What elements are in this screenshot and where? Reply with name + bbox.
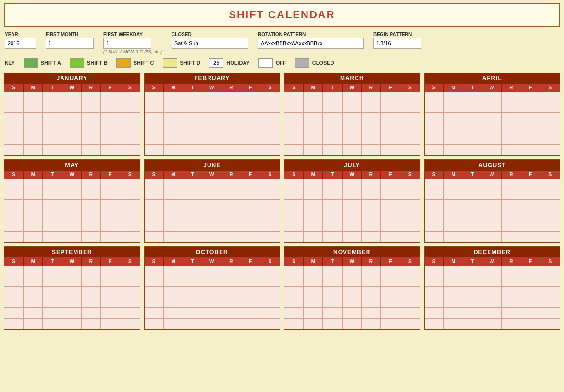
day-cell: [381, 297, 400, 308]
day-cell: [284, 92, 304, 102]
day-cell: [4, 318, 24, 329]
day-cell: [323, 113, 342, 123]
day-cell: [304, 232, 323, 242]
day-cell: [323, 221, 342, 232]
day-cell: [164, 92, 183, 102]
day-cell: [101, 92, 120, 102]
day-cell: [43, 92, 62, 102]
first-month-input[interactable]: [46, 38, 94, 49]
day-cell: [482, 113, 502, 123]
controls-bar: YEAR FIRST MONTH FIRST WEEKDAY (1:SUN, 2…: [0, 29, 564, 56]
day-cell: [343, 318, 362, 329]
day-cell: [323, 308, 342, 318]
day-header: R: [502, 171, 521, 179]
day-cell: [43, 232, 62, 242]
day-cell: [425, 232, 444, 242]
day-cell: [362, 113, 381, 123]
day-cell: [202, 266, 221, 276]
day-cell: [502, 266, 521, 276]
day-cell: [343, 145, 362, 155]
day-cell: [502, 318, 521, 329]
day-cell: [4, 308, 24, 318]
holiday-label: HOLIDAY: [226, 60, 250, 66]
day-cell: [43, 308, 62, 318]
first-month-label: FIRST MONTH: [46, 32, 94, 37]
day-header: S: [425, 257, 444, 266]
rotation-input[interactable]: [258, 38, 364, 49]
day-cell: [4, 179, 24, 189]
day-cell: [145, 266, 164, 276]
day-cell: [62, 210, 82, 221]
day-cell: [381, 92, 400, 102]
day-header: R: [221, 171, 241, 179]
day-cell: [323, 92, 342, 102]
day-cell: [482, 308, 502, 318]
day-cell: [304, 123, 323, 134]
day-header: M: [24, 84, 43, 92]
day-header: W: [62, 171, 82, 179]
day-header: M: [304, 84, 323, 92]
day-cell: [62, 308, 82, 318]
day-cell: [463, 210, 482, 221]
day-header: T: [43, 84, 62, 92]
day-cell: [425, 134, 444, 145]
day-cell: [101, 145, 120, 155]
day-header: W: [202, 84, 221, 92]
day-header: T: [323, 84, 342, 92]
days-grid-november: [284, 266, 420, 329]
day-cell: [120, 189, 139, 200]
day-header: S: [4, 257, 24, 266]
month-calendar-november: NOVEMBERSMTWRFS: [284, 246, 420, 330]
day-cell: [362, 123, 381, 134]
day-cell: [202, 102, 221, 113]
month-header-april: APRIL: [425, 73, 560, 84]
day-cell: [521, 308, 540, 318]
day-cell: [540, 287, 560, 297]
day-cell: [343, 210, 362, 221]
day-cell: [444, 134, 463, 145]
day-cell: [82, 134, 101, 145]
day-cell: [362, 318, 381, 329]
day-cell: [260, 113, 280, 123]
days-grid-october: [145, 266, 280, 329]
day-cell: [164, 287, 183, 297]
closed-input[interactable]: [172, 38, 248, 49]
day-cell: [482, 145, 502, 155]
key-item-shift-a: SHIFT A: [24, 58, 61, 68]
day-cell: [463, 318, 482, 329]
day-cell: [82, 266, 101, 276]
month-header-october: OCTOBER: [145, 247, 280, 257]
day-cell: [323, 145, 342, 155]
day-cell: [62, 113, 82, 123]
first-weekday-input[interactable]: [103, 38, 151, 49]
day-cell: [463, 266, 482, 276]
day-cell: [425, 179, 444, 189]
day-cell: [183, 308, 202, 318]
day-cell: [284, 210, 304, 221]
day-cell: [323, 232, 342, 242]
day-header: R: [221, 84, 241, 92]
year-input[interactable]: [5, 38, 36, 49]
day-cell: [323, 102, 342, 113]
key-item-shift-d: SHIFT D: [163, 58, 201, 68]
day-header: M: [444, 257, 463, 266]
day-cell: [400, 297, 419, 308]
day-cell: [323, 297, 342, 308]
day-cell: [202, 210, 221, 221]
day-cell: [241, 113, 260, 123]
day-cell: [221, 266, 241, 276]
day-cell: [164, 113, 183, 123]
begin-input[interactable]: [373, 38, 421, 49]
day-cell: [241, 145, 260, 155]
day-cell: [444, 123, 463, 134]
day-cell: [82, 232, 101, 242]
day-cell: [145, 179, 164, 189]
day-cell: [241, 232, 260, 242]
day-cell: [521, 123, 540, 134]
day-cell: [463, 134, 482, 145]
day-cell: [183, 189, 202, 200]
day-cell: [4, 145, 24, 155]
page-title: SHIFT CALENDAR: [229, 9, 335, 21]
day-header: T: [323, 171, 342, 179]
day-cell: [120, 221, 139, 232]
